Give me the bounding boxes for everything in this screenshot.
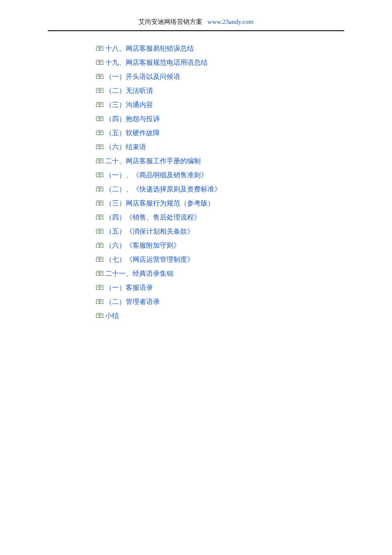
header-title: 艾尚安迪网络营销方案 bbox=[138, 18, 202, 25]
toc-link[interactable]: 十八、网店客服易犯错误总结 bbox=[105, 44, 194, 53]
book-icon bbox=[96, 285, 104, 291]
toc-item: （二）无法听清 bbox=[96, 86, 392, 95]
book-icon bbox=[96, 116, 104, 122]
toc-link[interactable]: （一）开头语以及问候语 bbox=[105, 72, 180, 81]
toc-link[interactable]: （一）客服语录 bbox=[105, 283, 153, 292]
toc-link[interactable]: （三）沟通内容 bbox=[105, 100, 153, 110]
toc-link[interactable]: （二）管理者语录 bbox=[105, 297, 160, 306]
header-url: www.23andy.com bbox=[208, 18, 254, 25]
book-icon bbox=[96, 257, 104, 263]
toc-item: （一）客服语录 bbox=[96, 283, 392, 292]
toc-item: 小结 bbox=[96, 311, 392, 321]
toc-link[interactable]: （六）《客服附加守则》 bbox=[105, 241, 180, 250]
toc-item: （四）抱怨与投诉 bbox=[96, 114, 392, 124]
book-icon bbox=[96, 46, 104, 52]
book-icon bbox=[96, 243, 104, 249]
toc-item: 二十一、经典语录集锦 bbox=[96, 269, 392, 278]
book-icon bbox=[96, 130, 104, 136]
toc-link[interactable]: （四）《销售、售后处理流程》 bbox=[105, 213, 201, 222]
toc-item: （五）《消保计划相关条款》 bbox=[96, 227, 392, 236]
toc-item: （一）开头语以及问候语 bbox=[96, 72, 392, 81]
toc-link[interactable]: 小结 bbox=[105, 311, 119, 321]
toc-item: 二十、网店客服工作手册的编制 bbox=[96, 156, 392, 166]
book-icon bbox=[96, 313, 104, 319]
toc-link[interactable]: （一）、《商品明细及销售准则》 bbox=[105, 171, 208, 180]
toc-item: （三）沟通内容 bbox=[96, 100, 392, 110]
book-icon bbox=[96, 60, 104, 66]
toc-item: （一）、《商品明细及销售准则》 bbox=[96, 171, 392, 180]
book-icon bbox=[96, 214, 104, 220]
header-divider bbox=[48, 30, 344, 31]
book-icon bbox=[96, 200, 104, 206]
toc-link[interactable]: （二）、《快递选择原则及资费标准》 bbox=[105, 185, 221, 194]
book-icon bbox=[96, 299, 104, 305]
toc-item: （五）软硬件故障 bbox=[96, 128, 392, 138]
toc-link[interactable]: 二十一、经典语录集锦 bbox=[105, 269, 173, 278]
book-icon bbox=[96, 74, 104, 80]
book-icon bbox=[96, 158, 104, 164]
toc-link[interactable]: （六）结束语 bbox=[105, 142, 146, 152]
toc-item: （七）《网店运营管理制度》 bbox=[96, 255, 392, 264]
toc-item: （二）管理者语录 bbox=[96, 297, 392, 306]
book-icon bbox=[96, 144, 104, 150]
toc-item: （二）、《快递选择原则及资费标准》 bbox=[96, 185, 392, 194]
toc-link[interactable]: （四）抱怨与投诉 bbox=[105, 114, 160, 124]
toc-item: 十八、网店客服易犯错误总结 bbox=[96, 44, 392, 53]
book-icon bbox=[96, 102, 104, 108]
toc-link[interactable]: 十九、网店客服规范电话用语总结 bbox=[105, 58, 208, 67]
toc-item: （六）结束语 bbox=[96, 142, 392, 152]
toc-item: （六）《客服附加守则》 bbox=[96, 241, 392, 250]
toc-list: 十八、网店客服易犯错误总结 十九、网店客服规范电话用语总结 （一）开头语以及问候… bbox=[96, 44, 392, 321]
book-icon bbox=[96, 271, 104, 277]
toc-link[interactable]: （二）无法听清 bbox=[105, 86, 153, 95]
book-icon bbox=[96, 172, 104, 178]
toc-link[interactable]: （七）《网店运营管理制度》 bbox=[105, 255, 194, 264]
toc-link[interactable]: 二十、网店客服工作手册的编制 bbox=[105, 156, 201, 166]
toc-item: 十九、网店客服规范电话用语总结 bbox=[96, 58, 392, 67]
book-icon bbox=[96, 228, 104, 234]
book-icon bbox=[96, 88, 104, 94]
toc-item: （三）网店客服行为规范（参考版） bbox=[96, 199, 392, 208]
toc-link[interactable]: （五）软硬件故障 bbox=[105, 128, 160, 138]
page-header: 艾尚安迪网络营销方案 www.23andy.com bbox=[0, 0, 392, 26]
book-icon bbox=[96, 186, 104, 192]
toc-link[interactable]: （五）《消保计划相关条款》 bbox=[105, 227, 194, 236]
toc-item: （四）《销售、售后处理流程》 bbox=[96, 213, 392, 222]
toc-link[interactable]: （三）网店客服行为规范（参考版） bbox=[105, 199, 214, 208]
